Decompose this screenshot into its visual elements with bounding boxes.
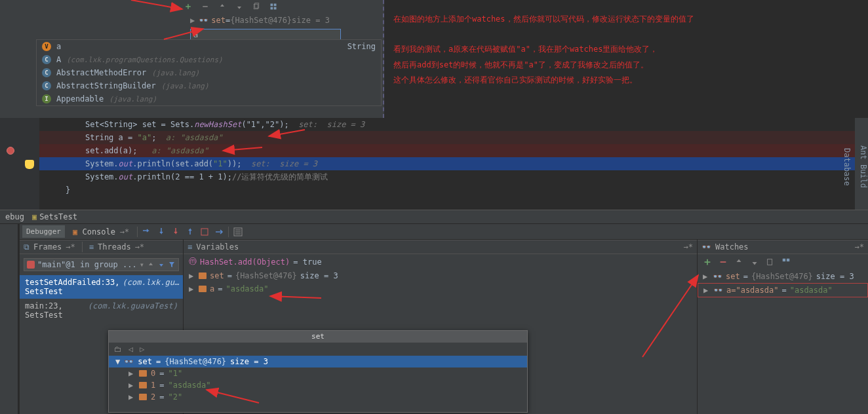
- expand-arrow-icon[interactable]: ▶: [189, 271, 195, 280]
- show-watches-icon[interactable]: [781, 257, 791, 267]
- completion-name: Appendable: [56, 94, 104, 104]
- evaluate-icon[interactable]: [233, 227, 243, 237]
- value-inspection-popup[interactable]: set 🗀 ◁ ▷ ▼ 👓 set = {HashSet@476} size =…: [108, 330, 528, 413]
- prev-frame-icon[interactable]: [147, 261, 155, 269]
- completion-item[interactable]: C AbstractMethodError (java.lang): [37, 66, 381, 79]
- watch-editor-area: ▶ 👓 set = {HashSet@476} size = 3 V a Str…: [0, 0, 384, 118]
- grid-icon[interactable]: [269, 3, 278, 10]
- expand-arrow-icon[interactable]: ▶: [703, 272, 709, 281]
- item-val: "2": [168, 392, 182, 402]
- vars-title: Variables: [196, 242, 239, 252]
- add-watch-icon[interactable]: [703, 257, 712, 267]
- expand-arrow-icon[interactable]: ▼: [115, 357, 120, 366]
- completion-item[interactable]: C A (com.lxk.programQuestions.Questions): [37, 53, 381, 66]
- completion-source: (com.lxk.programQuestions.Questions): [66, 56, 222, 64]
- folder-icon[interactable]: 🗀: [114, 345, 122, 354]
- completion-item[interactable]: I Appendable (java.lang): [37, 92, 381, 105]
- remove-watch-icon[interactable]: [719, 257, 728, 267]
- watch-suffix: size = 3: [816, 272, 854, 281]
- frame-src: (com.lxk.gu…: [123, 278, 180, 296]
- popup-title: set: [109, 331, 527, 343]
- threads-title[interactable]: Threads: [98, 242, 131, 252]
- remove-watch-icon[interactable]: [201, 3, 210, 10]
- item-key: 2: [151, 392, 155, 402]
- interface-badge-icon: I: [42, 94, 51, 104]
- watch-var-name: set: [211, 16, 226, 25]
- code-editor[interactable]: Set<String> set = Sets.newHashSet("1","2…: [0, 118, 868, 210]
- var-suffix: size = 3: [300, 271, 338, 280]
- step-out-icon[interactable]: [185, 227, 195, 237]
- watches-header: 👓 Watches →*: [698, 240, 868, 254]
- pin-icon[interactable]: →*: [855, 242, 864, 252]
- up-icon[interactable]: [734, 257, 743, 267]
- glasses-icon: 👓: [199, 16, 208, 25]
- glasses-icon: 👓: [713, 272, 722, 281]
- pin-icon[interactable]: →*: [684, 242, 693, 252]
- frame-src: (com.lxk.guavaTest): [88, 301, 178, 320]
- watch-row-highlighted[interactable]: ▶ 👓 a="asdasda" = "asdasda": [698, 283, 868, 297]
- variable-row[interactable]: ▶ set = {HashSet@476} size = 3: [184, 269, 697, 282]
- next-frame-icon[interactable]: [157, 261, 165, 269]
- svg-rect-6: [201, 229, 208, 235]
- force-step-into-icon[interactable]: [170, 227, 181, 237]
- database-tab[interactable]: Database: [842, 148, 852, 186]
- add-watch-icon[interactable]: [184, 3, 193, 10]
- code-line: }: [0, 183, 868, 197]
- back-icon[interactable]: ◁: [128, 345, 133, 354]
- stack-frame-row[interactable]: main:23, SetsTest (com.lxk.guavaTest): [20, 299, 183, 322]
- inspect-root-row[interactable]: ▼ 👓 set = {HashSet@476} size = 3: [109, 356, 527, 367]
- thread-selector[interactable]: "main"@1 in group ... ▾: [24, 258, 179, 271]
- down-icon[interactable]: [235, 3, 244, 10]
- debug-gutter: [0, 224, 18, 414]
- class-badge-icon: C: [42, 81, 51, 90]
- user-annotation-text: 在如图的地方上添加个watches，然后你就可以写代码，修改运行状态下的变量的值…: [393, 13, 855, 89]
- console-tab[interactable]: ▣ Console →*: [69, 225, 133, 238]
- ant-build-tab[interactable]: Ant Build: [859, 145, 868, 188]
- breakpoint-icon[interactable]: [7, 147, 14, 155]
- watch-row[interactable]: ▶ 👓 set = {HashSet@476} size = 3: [698, 270, 868, 283]
- code-line-current: System.out.println(set.add("1")); set: s…: [0, 157, 868, 170]
- expand-arrow-icon[interactable]: ▶: [190, 16, 195, 25]
- variable-badge-icon: V: [42, 42, 51, 51]
- test-name[interactable]: SetsTest: [39, 212, 77, 221]
- debug-label: ebug: [5, 212, 24, 221]
- test-file-icon: ▣: [32, 212, 37, 221]
- expand-arrow-icon[interactable]: ▶: [189, 284, 195, 293]
- editor-gutter[interactable]: [0, 118, 39, 210]
- right-tool-rail[interactable]: Ant Build Database: [855, 118, 868, 210]
- completion-item[interactable]: V a String: [37, 40, 381, 53]
- inspect-item-row[interactable]: ▶ 2 = "2": [109, 391, 527, 403]
- drop-frame-icon[interactable]: [199, 227, 210, 237]
- method-icon: ⓜ: [189, 256, 197, 267]
- step-over-icon[interactable]: [142, 227, 152, 237]
- expand-arrow-icon[interactable]: ▶: [128, 369, 135, 378]
- intention-bulb-icon[interactable]: [25, 160, 34, 169]
- run-to-cursor-icon[interactable]: [214, 227, 224, 237]
- root-name: set: [138, 357, 152, 366]
- chevron-down-icon[interactable]: ▾: [140, 260, 144, 269]
- step-into-icon[interactable]: [156, 227, 167, 237]
- filter-icon[interactable]: [168, 261, 176, 269]
- var-obj: {HashSet@476}: [235, 271, 297, 280]
- expand-arrow-icon[interactable]: ▶: [128, 392, 135, 402]
- expand-arrow-icon[interactable]: ▶: [703, 286, 710, 295]
- debugger-tab[interactable]: Debugger: [22, 225, 65, 238]
- watch-value: "asdasda": [790, 286, 833, 295]
- inspect-item-row[interactable]: ▶ 1 = "asdasda": [109, 379, 527, 391]
- variable-row[interactable]: ⓜ HashSet.add(Object) = true: [184, 254, 697, 269]
- forward-icon[interactable]: ▷: [140, 345, 144, 354]
- copy-icon[interactable]: [766, 257, 775, 267]
- watch-obj: {HashSet@476}: [751, 272, 813, 281]
- inspect-item-row[interactable]: ▶ 0 = "1": [109, 367, 527, 379]
- variable-row[interactable]: ▶ a = "asdasda": [184, 282, 697, 295]
- completion-item[interactable]: C AbstractStringBuilder (java.lang): [37, 79, 381, 92]
- frame-text: main:23, SetsTest: [25, 301, 85, 320]
- svg-rect-2: [271, 4, 273, 7]
- stack-frame-row[interactable]: testSetAddFailed:33, SetsTest (com.lxk.g…: [20, 275, 183, 299]
- copy-icon[interactable]: [252, 3, 261, 10]
- down-icon[interactable]: [750, 257, 759, 267]
- item-val: "1": [168, 369, 182, 378]
- expand-arrow-icon[interactable]: ▶: [128, 381, 135, 390]
- watch-existing-row[interactable]: ▶ 👓 set = {HashSet@476} size = 3: [0, 13, 383, 28]
- up-icon[interactable]: [218, 3, 227, 10]
